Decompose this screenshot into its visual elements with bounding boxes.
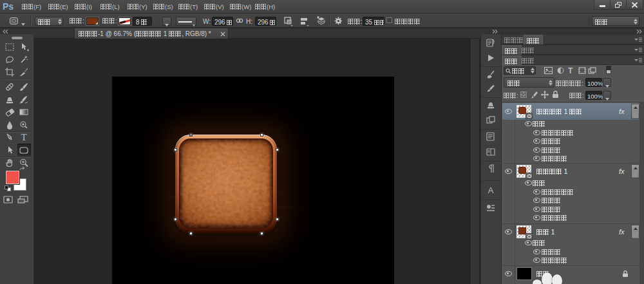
svg-text:T: T <box>21 132 26 142</box>
svg-text:A: A <box>488 185 494 195</box>
